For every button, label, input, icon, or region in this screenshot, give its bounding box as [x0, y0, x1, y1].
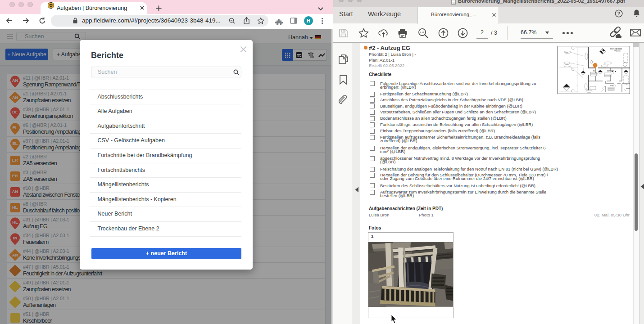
svg-text:▤: ▤ — [452, 1, 454, 4]
svg-text:SERVERY: SERVERY — [607, 70, 614, 72]
svg-text:MULTI-USE ROOM: MULTI-USE ROOM — [610, 48, 622, 50]
svg-text:6.26: 6.26 — [566, 65, 568, 67]
svg-text:8.01: 8.01 — [566, 63, 568, 64]
svg-text:SP. ED.: SP. ED. — [610, 85, 614, 87]
svg-text:?: ? — [617, 11, 620, 16]
svg-text:INT: INT — [593, 70, 595, 72]
svg-text:23.06: 23.06 — [566, 52, 569, 53]
